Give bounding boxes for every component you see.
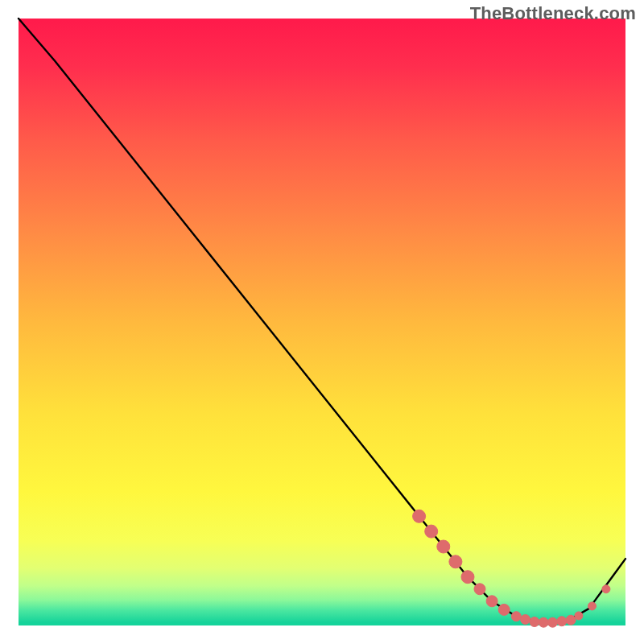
curve-marker bbox=[521, 615, 530, 625]
curve-marker bbox=[566, 615, 576, 625]
curve-marker bbox=[498, 604, 510, 615]
curve-marker bbox=[449, 555, 462, 568]
bottleneck-chart bbox=[0, 0, 644, 644]
curve-marker bbox=[461, 571, 474, 584]
curve-marker bbox=[548, 617, 558, 627]
watermark-label: TheBottleneck.com bbox=[470, 3, 636, 24]
curve-marker bbox=[486, 596, 497, 607]
curve-marker bbox=[437, 540, 450, 553]
curve-marker bbox=[557, 617, 567, 626]
chart-container: TheBottleneck.com bbox=[0, 0, 644, 644]
curve-marker bbox=[530, 617, 539, 627]
curve-marker bbox=[425, 525, 438, 538]
curve-marker bbox=[588, 602, 597, 610]
curve-marker bbox=[511, 612, 521, 621]
curve-marker bbox=[474, 584, 485, 595]
curve-marker bbox=[539, 617, 548, 627]
curve-marker bbox=[413, 510, 426, 522]
plot-background bbox=[19, 19, 625, 625]
curve-marker bbox=[602, 585, 610, 593]
curve-marker bbox=[575, 612, 583, 620]
